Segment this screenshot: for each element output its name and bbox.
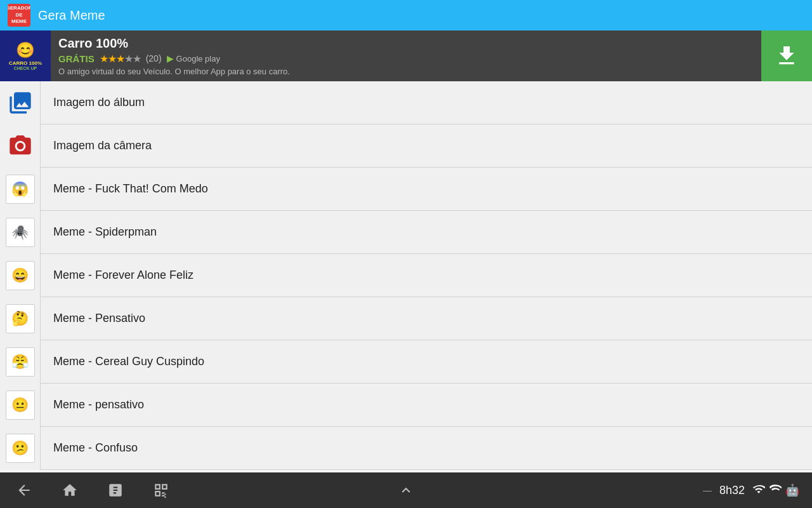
list-item-meme-7[interactable]: 😕 Meme - Confuso (0, 427, 812, 470)
wifi-icon (752, 483, 765, 498)
list-item-meme-1[interactable]: 😱 Meme - Fuck That! Com Medo (0, 168, 812, 211)
ad-free-label: GRÁTIS (58, 53, 95, 64)
list-item-camera[interactable]: Imagem da câmera (0, 124, 812, 168)
list-container: Imagem do álbum Imagem da câmera 😱 Meme … (0, 81, 812, 472)
list-item-meme-4[interactable]: 🤔 Meme - Pensativo (0, 297, 812, 340)
up-button[interactable] (395, 479, 417, 502)
status-icons: 🤖 (752, 483, 799, 498)
ad-banner[interactable]: 😊 CARRO 100% CHECK UP Carro 100% GRÁTIS … (0, 30, 812, 81)
album-label: Imagem do álbum (41, 96, 145, 109)
list-item-meme-3[interactable]: 😄 Meme - Forever Alone Feliz (0, 254, 812, 297)
meme-3-label: Meme - Forever Alone Feliz (41, 269, 193, 282)
nav-buttons-left (13, 479, 173, 502)
meme-6-icon: 😐 (0, 384, 41, 427)
list-item-meme-2[interactable]: 🕷️ Meme - Spiderpman (0, 211, 812, 254)
status-time: 8h32 (719, 484, 745, 497)
ad-app-icon: 😊 CARRO 100% CHECK UP (0, 30, 51, 81)
battery-dash-icon: — (703, 485, 712, 495)
home-button[interactable] (58, 479, 81, 502)
list-item-meme-6[interactable]: 😐 Meme - pensativo (0, 384, 812, 427)
ad-title: Carro 100% (58, 36, 754, 51)
camera-icon (0, 124, 41, 168)
ad-meta: GRÁTIS ★★★★★ (20) ▶ Google play (58, 53, 754, 65)
back-button[interactable] (13, 479, 36, 502)
meme-6-label: Meme - pensativo (41, 398, 144, 411)
meme-1-icon: 😱 (0, 168, 41, 211)
status-bar: — 8h32 🤖 (703, 483, 799, 498)
list-item-meme-5[interactable]: 😤 Meme - Cereal Guy Cuspindo (0, 340, 812, 384)
camera-label: Imagem da câmera (41, 139, 152, 152)
meme-5-label: Meme - Cereal Guy Cuspindo (41, 355, 204, 368)
bottom-navigation-bar: — 8h32 🤖 (0, 472, 812, 508)
meme-4-icon: 🤔 (0, 297, 41, 340)
meme-7-icon: 😕 (0, 427, 41, 470)
play-icon: ▶ (167, 53, 174, 64)
meme-2-label: Meme - Spiderpman (41, 225, 157, 239)
meme-2-icon: 🕷️ (0, 211, 41, 254)
album-icon (0, 81, 41, 124)
ad-rating-count: (20) (146, 53, 162, 64)
recents-button[interactable] (104, 479, 127, 502)
ad-download-button[interactable] (761, 30, 812, 81)
android-icon: 🤖 (785, 483, 799, 497)
meme-5-icon: 😤 (0, 340, 41, 384)
meme-4-label: Meme - Pensativo (41, 312, 145, 325)
app-title: Gera Meme (38, 8, 105, 23)
meme-3-icon: 😄 (0, 254, 41, 297)
ad-content: Carro 100% GRÁTIS ★★★★★ (20) ▶ Google pl… (51, 31, 761, 81)
list-item-album[interactable]: Imagem do álbum (0, 81, 812, 124)
signal-icon (769, 483, 782, 498)
meme-1-label: Meme - Fuck That! Com Medo (41, 182, 208, 196)
ad-stars: ★★★★★ (100, 53, 141, 65)
meme-7-label: Meme - Confuso (41, 441, 138, 455)
ad-description: O amigo virtual do seu Veículo. O melhor… (58, 67, 754, 76)
app-icon: GERADOR DE MEME (8, 4, 30, 27)
ad-google-play: ▶ Google play (167, 53, 220, 64)
app-bar: GERADOR DE MEME Gera Meme (0, 0, 812, 30)
qr-button[interactable] (150, 479, 173, 502)
